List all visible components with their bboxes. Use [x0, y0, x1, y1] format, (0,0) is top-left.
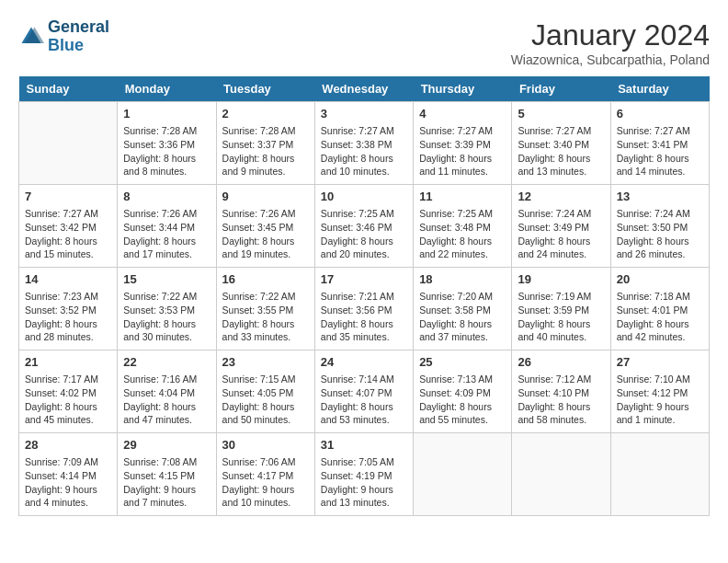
- day-number: 1: [123, 106, 210, 122]
- day-info: Sunrise: 7:15 AM Sunset: 4:05 PM Dayligh…: [222, 373, 309, 427]
- day-number: 21: [25, 354, 111, 371]
- logo-text: General Blue: [48, 18, 109, 55]
- day-info: Sunrise: 7:25 AM Sunset: 3:48 PM Dayligh…: [419, 207, 506, 261]
- calendar-cell: 14Sunrise: 7:23 AM Sunset: 3:52 PM Dayli…: [19, 268, 118, 350]
- calendar-cell: 13Sunrise: 7:24 AM Sunset: 3:50 PM Dayli…: [610, 185, 709, 268]
- title-block: January 2024 Wiazownica, Subcarpathia, P…: [511, 18, 710, 67]
- day-info: Sunrise: 7:13 AM Sunset: 4:09 PM Dayligh…: [419, 373, 506, 427]
- weekday-header: Saturday: [610, 76, 709, 102]
- day-info: Sunrise: 7:26 AM Sunset: 3:44 PM Dayligh…: [123, 207, 210, 261]
- day-info: Sunrise: 7:14 AM Sunset: 4:07 PM Dayligh…: [321, 373, 407, 427]
- day-number: 29: [123, 437, 210, 454]
- day-info: Sunrise: 7:25 AM Sunset: 3:46 PM Dayligh…: [321, 207, 407, 261]
- day-number: 14: [25, 271, 111, 288]
- calendar-cell: 3Sunrise: 7:27 AM Sunset: 3:38 PM Daylig…: [314, 102, 413, 185]
- week-row: 1Sunrise: 7:28 AM Sunset: 3:36 PM Daylig…: [19, 102, 710, 185]
- day-info: Sunrise: 7:26 AM Sunset: 3:45 PM Dayligh…: [222, 207, 309, 261]
- week-row: 28Sunrise: 7:09 AM Sunset: 4:14 PM Dayli…: [19, 433, 710, 516]
- weekday-header: Sunday: [19, 76, 118, 102]
- page-header: General Blue January 2024 Wiazownica, Su…: [18, 18, 710, 67]
- calendar-cell: 18Sunrise: 7:20 AM Sunset: 3:58 PM Dayli…: [414, 268, 512, 350]
- logo-icon: [18, 24, 44, 50]
- week-row: 7Sunrise: 7:27 AM Sunset: 3:42 PM Daylig…: [19, 185, 710, 268]
- day-info: Sunrise: 7:20 AM Sunset: 3:58 PM Dayligh…: [419, 290, 506, 344]
- calendar-cell: 29Sunrise: 7:08 AM Sunset: 4:15 PM Dayli…: [118, 433, 216, 516]
- calendar-cell: 4Sunrise: 7:27 AM Sunset: 3:39 PM Daylig…: [414, 102, 512, 185]
- day-info: Sunrise: 7:06 AM Sunset: 4:17 PM Dayligh…: [222, 455, 309, 510]
- day-info: Sunrise: 7:28 AM Sunset: 3:37 PM Dayligh…: [222, 124, 309, 178]
- calendar-cell: 10Sunrise: 7:25 AM Sunset: 3:46 PM Dayli…: [314, 185, 413, 268]
- day-number: 3: [321, 106, 407, 122]
- calendar-cell: 28Sunrise: 7:09 AM Sunset: 4:14 PM Dayli…: [19, 433, 118, 516]
- calendar-cell: 26Sunrise: 7:12 AM Sunset: 4:10 PM Dayli…: [512, 350, 610, 433]
- weekday-header: Monday: [118, 76, 216, 102]
- day-info: Sunrise: 7:28 AM Sunset: 3:36 PM Dayligh…: [123, 124, 210, 178]
- calendar-cell: 25Sunrise: 7:13 AM Sunset: 4:09 PM Dayli…: [414, 350, 512, 433]
- weekday-header: Thursday: [414, 76, 512, 102]
- day-number: 24: [321, 354, 407, 371]
- calendar-cell: [610, 433, 709, 516]
- day-number: 6: [617, 106, 703, 122]
- day-number: 22: [123, 354, 210, 371]
- calendar-cell: 1Sunrise: 7:28 AM Sunset: 3:36 PM Daylig…: [118, 102, 216, 185]
- day-info: Sunrise: 7:17 AM Sunset: 4:02 PM Dayligh…: [25, 373, 111, 427]
- day-number: 20: [617, 271, 703, 288]
- calendar-cell: 17Sunrise: 7:21 AM Sunset: 3:56 PM Dayli…: [314, 268, 413, 350]
- day-info: Sunrise: 7:27 AM Sunset: 3:41 PM Dayligh…: [617, 124, 703, 178]
- day-number: 27: [617, 354, 703, 371]
- calendar-cell: 6Sunrise: 7:27 AM Sunset: 3:41 PM Daylig…: [610, 102, 709, 185]
- calendar-cell: 11Sunrise: 7:25 AM Sunset: 3:48 PM Dayli…: [414, 185, 512, 268]
- calendar-cell: [19, 102, 118, 185]
- calendar-cell: 20Sunrise: 7:18 AM Sunset: 4:01 PM Dayli…: [610, 268, 709, 350]
- calendar-cell: 22Sunrise: 7:16 AM Sunset: 4:04 PM Dayli…: [118, 350, 216, 433]
- calendar-cell: 27Sunrise: 7:10 AM Sunset: 4:12 PM Dayli…: [610, 350, 709, 433]
- calendar-cell: 5Sunrise: 7:27 AM Sunset: 3:40 PM Daylig…: [512, 102, 610, 185]
- day-number: 10: [321, 189, 407, 205]
- day-info: Sunrise: 7:24 AM Sunset: 3:49 PM Dayligh…: [518, 207, 604, 261]
- calendar-cell: 21Sunrise: 7:17 AM Sunset: 4:02 PM Dayli…: [19, 350, 118, 433]
- day-number: 30: [222, 437, 309, 454]
- day-number: 8: [123, 189, 210, 205]
- day-number: 7: [25, 189, 111, 205]
- week-row: 21Sunrise: 7:17 AM Sunset: 4:02 PM Dayli…: [19, 350, 710, 433]
- day-number: 31: [321, 437, 407, 454]
- weekday-header: Tuesday: [216, 76, 314, 102]
- day-info: Sunrise: 7:23 AM Sunset: 3:52 PM Dayligh…: [25, 290, 111, 344]
- calendar-cell: 8Sunrise: 7:26 AM Sunset: 3:44 PM Daylig…: [118, 185, 216, 268]
- day-number: 2: [222, 106, 309, 122]
- day-number: 26: [518, 354, 604, 371]
- day-number: 4: [419, 106, 506, 122]
- calendar-cell: 19Sunrise: 7:19 AM Sunset: 3:59 PM Dayli…: [512, 268, 610, 350]
- calendar-cell: 16Sunrise: 7:22 AM Sunset: 3:55 PM Dayli…: [216, 268, 314, 350]
- calendar-cell: 15Sunrise: 7:22 AM Sunset: 3:53 PM Dayli…: [118, 268, 216, 350]
- day-number: 23: [222, 354, 309, 371]
- calendar-cell: 23Sunrise: 7:15 AM Sunset: 4:05 PM Dayli…: [216, 350, 314, 433]
- day-info: Sunrise: 7:22 AM Sunset: 3:53 PM Dayligh…: [123, 290, 210, 344]
- day-number: 15: [123, 271, 210, 288]
- day-number: 19: [518, 271, 604, 288]
- day-info: Sunrise: 7:24 AM Sunset: 3:50 PM Dayligh…: [617, 207, 703, 261]
- calendar-cell: 30Sunrise: 7:06 AM Sunset: 4:17 PM Dayli…: [216, 433, 314, 516]
- day-number: 5: [518, 106, 604, 122]
- day-info: Sunrise: 7:19 AM Sunset: 3:59 PM Dayligh…: [518, 290, 604, 344]
- day-info: Sunrise: 7:18 AM Sunset: 4:01 PM Dayligh…: [617, 290, 703, 344]
- weekday-header: Wednesday: [314, 76, 413, 102]
- day-info: Sunrise: 7:05 AM Sunset: 4:19 PM Dayligh…: [321, 455, 407, 510]
- day-info: Sunrise: 7:27 AM Sunset: 3:39 PM Dayligh…: [419, 124, 506, 178]
- calendar-cell: 31Sunrise: 7:05 AM Sunset: 4:19 PM Dayli…: [314, 433, 413, 516]
- day-info: Sunrise: 7:12 AM Sunset: 4:10 PM Dayligh…: [518, 373, 604, 427]
- calendar-cell: 9Sunrise: 7:26 AM Sunset: 3:45 PM Daylig…: [216, 185, 314, 268]
- location-subtitle: Wiazownica, Subcarpathia, Poland: [511, 52, 710, 67]
- calendar-header-row: SundayMondayTuesdayWednesdayThursdayFrid…: [19, 76, 710, 102]
- calendar-cell: [512, 433, 610, 516]
- day-number: 9: [222, 189, 309, 205]
- calendar-cell: 7Sunrise: 7:27 AM Sunset: 3:42 PM Daylig…: [19, 185, 118, 268]
- weekday-header: Friday: [512, 76, 610, 102]
- month-title: January 2024: [511, 18, 710, 52]
- day-number: 13: [617, 189, 703, 205]
- day-number: 12: [518, 189, 604, 205]
- day-info: Sunrise: 7:21 AM Sunset: 3:56 PM Dayligh…: [321, 290, 407, 344]
- day-number: 28: [25, 437, 111, 454]
- day-info: Sunrise: 7:27 AM Sunset: 3:42 PM Dayligh…: [25, 207, 111, 261]
- week-row: 14Sunrise: 7:23 AM Sunset: 3:52 PM Dayli…: [19, 268, 710, 350]
